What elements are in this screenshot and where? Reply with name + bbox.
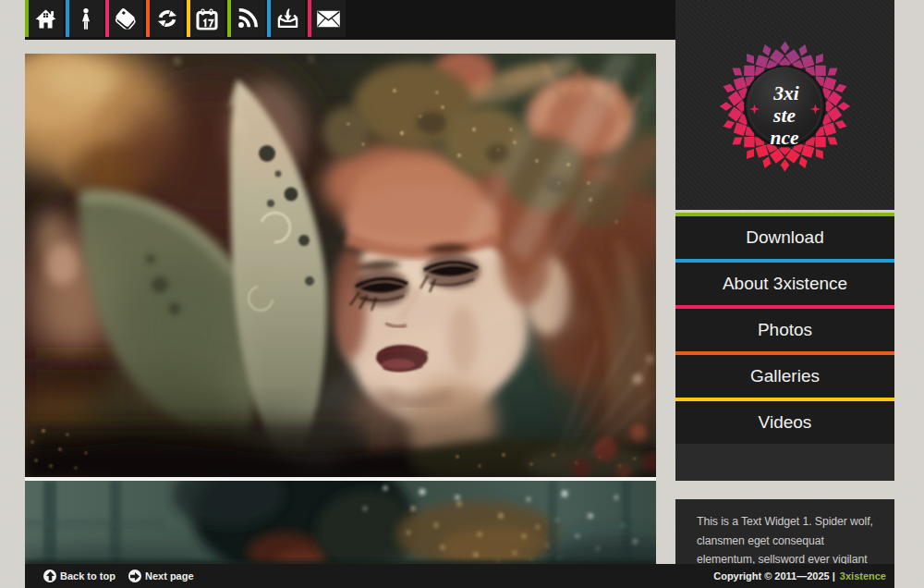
svg-text:3xi: 3xi: [772, 82, 799, 104]
svg-text:ste: ste: [772, 104, 796, 127]
svg-text:nce: nce: [770, 127, 799, 149]
